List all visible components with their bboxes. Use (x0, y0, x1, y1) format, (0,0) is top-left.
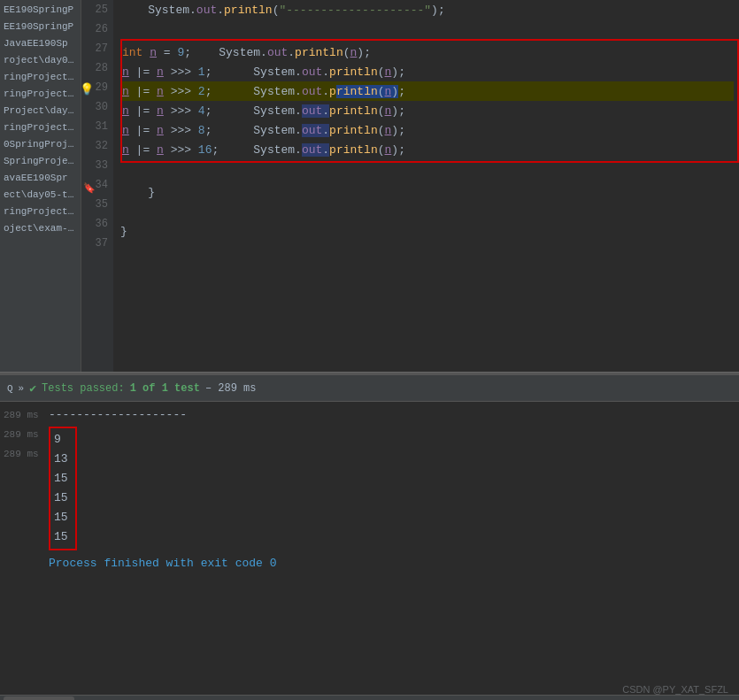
code-s3: ; (398, 85, 405, 98)
code-p6: ( (378, 124, 385, 137)
file-tree-item[interactable]: ringProject\d (0, 86, 81, 103)
line-num-36: 36 (96, 214, 108, 234)
code-s4: ; System. (205, 104, 302, 118)
code-op10: >>> (164, 143, 198, 157)
code-pl7: println (329, 143, 378, 157)
code-p2: ( (343, 46, 350, 59)
code-sel2: ( (378, 85, 385, 98)
file-tree-item[interactable]: ringProject\da (0, 119, 81, 136)
code-c3: ); (391, 65, 405, 79)
line-num-37: 37 (96, 234, 108, 253)
code-d6: . (322, 124, 329, 137)
code-body[interactable]: System.out.println("--------------------… (113, 0, 739, 372)
time-gutter: 289 ms 289 ms 289 ms (0, 402, 49, 695)
output-values-block: 9 13 15 15 15 15 (49, 427, 77, 550)
file-tree-item[interactable]: JavaEE190Sp (0, 35, 81, 52)
line-num-25: 25 (96, 0, 108, 19)
output-val-15d: 15 (54, 527, 68, 547)
code-op8: >>> (164, 124, 198, 137)
num-9: 9 (177, 46, 184, 59)
code-close: ); (431, 4, 445, 17)
code-n16: n (385, 143, 392, 157)
code-d3: . (322, 65, 329, 79)
file-tree-item[interactable]: EE190SpringP (0, 19, 81, 35)
code-editor[interactable]: 25 26 27 28 29 💡 30 31 32 33 34 🔖 35 36 … (81, 0, 739, 372)
kw-int: int (122, 46, 142, 59)
code-println: println (224, 4, 273, 17)
var-n4: n (157, 65, 164, 79)
line-num-34: 34 🔖 (96, 175, 108, 195)
output-val-9: 9 (54, 430, 68, 450)
code-pl6: println (329, 124, 378, 137)
file-tree-item[interactable]: Project\day02 (0, 103, 81, 119)
code-line-26 (120, 19, 739, 39)
var-n14: n (122, 143, 129, 157)
file-tree-item[interactable]: EE190SpringP (0, 2, 81, 19)
var-n11: n (122, 124, 129, 137)
code-out6: out (302, 124, 322, 137)
code-out5: out (302, 104, 322, 118)
scrollbar[interactable] (0, 695, 739, 700)
code-out2: out (267, 46, 288, 59)
code-line-35 (120, 202, 739, 221)
code-line-27: int n = 9; System.out.println(n); (122, 42, 734, 62)
code-op7: |= (129, 124, 157, 137)
file-tree-item[interactable]: oject\exam-bo (0, 220, 81, 237)
var-n6: n (122, 85, 129, 98)
bulb-icon[interactable]: 💡 (81, 81, 94, 100)
code-p5: ( (378, 104, 385, 118)
code-sel4: ) (391, 85, 398, 98)
code-op1: |= (129, 65, 157, 79)
file-tree-item[interactable]: ringProject\da (0, 69, 81, 86)
code-d4: . (322, 85, 329, 98)
code-sel: rintln (336, 85, 378, 98)
code-assign: = (157, 46, 177, 59)
code-op2: >>> (164, 65, 198, 79)
file-tree-item[interactable]: avaEE190Spr (0, 170, 81, 187)
file-tree-item[interactable]: SpringProject (0, 153, 81, 170)
output-area: 289 ms 289 ms 289 ms -------------------… (0, 402, 739, 695)
var-n: n (150, 46, 157, 59)
num-16: 16 (198, 143, 212, 157)
scrollbar-thumb[interactable] (4, 696, 74, 701)
bottom-panel: Q » ✔ Tests passed: 1 of 1 test – 289 ms… (0, 373, 739, 700)
file-tree-item[interactable]: roject\day02- (0, 52, 81, 69)
code-line-25: System.out.println("--------------------… (120, 0, 739, 19)
output-val-15c: 15 (54, 508, 68, 527)
code-pl3: println (329, 65, 378, 79)
line-num-29: 29 💡 (96, 78, 108, 97)
file-tree-item[interactable]: ect\day05-tli (0, 187, 81, 204)
time-entry-1: 289 ms (0, 405, 49, 425)
code-n13: n (385, 124, 392, 137)
file-tree-item[interactable]: 0SpringProject (0, 136, 81, 153)
num-1: 1 (198, 65, 205, 79)
output-dashes: -------------------- (49, 405, 739, 425)
code-op5: |= (129, 104, 157, 118)
line-num-30: 30 (96, 97, 108, 117)
code-line-30: n |= n >>> 4; System.out.println(n); (122, 101, 734, 120)
file-tree-item[interactable]: ringProject\d (0, 204, 81, 220)
code-out: out (196, 4, 217, 17)
tests-time: – 289 ms (205, 382, 257, 395)
code-op9: |= (129, 143, 157, 157)
file-tree[interactable]: EE190SpringP EE190SpringP JavaEE190Sp ro… (0, 0, 81, 372)
code-n2: n (350, 46, 358, 59)
code-string: "--------------------" (279, 4, 431, 17)
line-num-31: 31 (96, 117, 108, 136)
line-num-35: 35 (96, 195, 108, 214)
code-c5: ); (391, 104, 405, 118)
code-dot: . (217, 4, 224, 17)
code-n5: n (385, 65, 392, 79)
code-out7: out (302, 143, 322, 157)
line-num-33: 33 (96, 156, 108, 175)
var-n9: n (157, 104, 164, 118)
watermark: CSDN @PY_XAT_SFZL (622, 684, 728, 695)
output-val-15b: 15 (54, 488, 68, 508)
bookmark-icon[interactable]: 🔖 (83, 179, 96, 198)
code-line-28: n |= n >>> 1; System.out.println(n); (122, 62, 734, 81)
code-op4: >>> (164, 85, 198, 98)
var-n12: n (157, 124, 164, 137)
code-text: System. (120, 4, 196, 17)
num-2: 2 (198, 85, 205, 98)
line-num-32: 32 (96, 136, 108, 156)
